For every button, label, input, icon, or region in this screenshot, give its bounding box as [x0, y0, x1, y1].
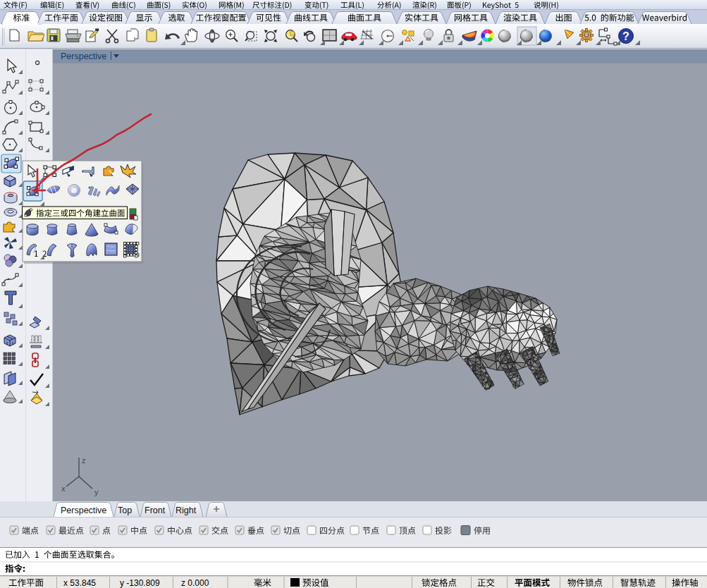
svg-text:z 0.000: z 0.000 [181, 578, 209, 588]
svg-text:Top: Top [118, 506, 132, 515]
svg-text:?: ? [622, 30, 629, 42]
svg-text:z: z [82, 456, 86, 465]
svg-text:x: x [61, 484, 66, 493]
svg-text:Perspective: Perspective [61, 506, 106, 515]
svg-text:x 53.845: x 53.845 [63, 578, 96, 588]
svg-text:y: y [94, 488, 99, 496]
svg-text:Right: Right [176, 506, 197, 515]
svg-text:Front: Front [145, 506, 166, 515]
svg-text:y -130.809: y -130.809 [120, 578, 160, 588]
svg-text:Perspective: Perspective [61, 51, 106, 61]
